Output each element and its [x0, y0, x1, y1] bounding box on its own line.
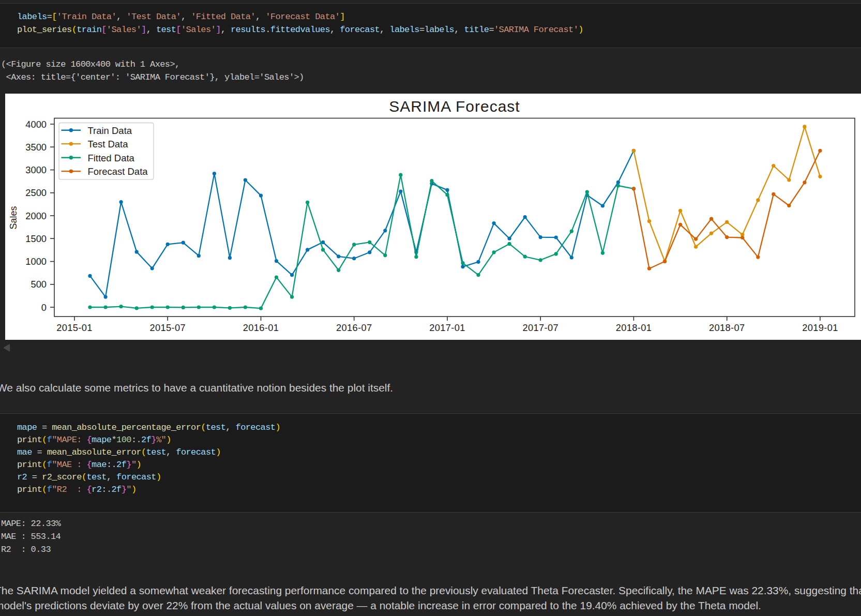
svg-text:3500: 3500: [25, 142, 47, 153]
svg-text:2017-01: 2017-01: [429, 322, 465, 333]
svg-text:500: 500: [31, 279, 47, 290]
svg-text:2017-07: 2017-07: [522, 322, 558, 333]
svg-text:Sales: Sales: [8, 206, 19, 229]
svg-text:2018-01: 2018-01: [616, 322, 652, 333]
svg-text:2016-07: 2016-07: [336, 322, 372, 333]
svg-text:2500: 2500: [25, 187, 47, 198]
svg-text:2015-07: 2015-07: [149, 322, 186, 333]
svg-text:Forecast Data: Forecast Data: [87, 166, 148, 177]
svg-text:Train Data: Train Data: [87, 125, 132, 136]
svg-text:4000: 4000: [25, 119, 47, 130]
svg-text:2019-01: 2019-01: [802, 322, 838, 333]
svg-text:1500: 1500: [25, 233, 47, 244]
svg-text:0: 0: [41, 302, 47, 313]
svg-text:2000: 2000: [25, 211, 47, 221]
svg-text:Test Data: Test Data: [87, 139, 128, 149]
svg-text:3000: 3000: [25, 164, 47, 175]
svg-text:1000: 1000: [25, 256, 47, 267]
svg-text:SARIMA Forecast: SARIMA Forecast: [389, 98, 520, 115]
svg-text:2016-01: 2016-01: [243, 322, 279, 333]
svg-text:2015-01: 2015-01: [56, 322, 93, 333]
svg-text:2018-07: 2018-07: [709, 322, 745, 333]
svg-text:Fitted Data: Fitted Data: [87, 153, 134, 163]
